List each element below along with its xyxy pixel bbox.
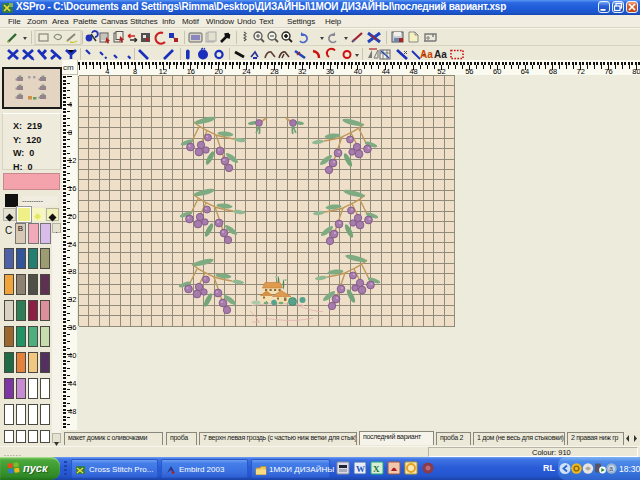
svg-text:Aa: Aa (420, 49, 433, 60)
svg-text:X: X (373, 464, 380, 474)
svg-text:Aa: Aa (434, 49, 447, 60)
svg-text:W: W (356, 464, 365, 474)
svg-text:a: a (609, 465, 613, 472)
